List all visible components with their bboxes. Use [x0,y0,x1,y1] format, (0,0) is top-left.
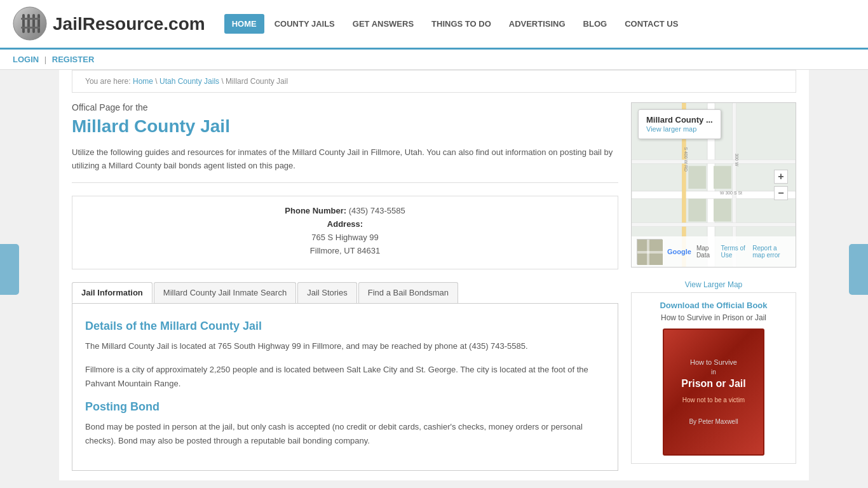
jail-info-section: Phone Number: (435) 743-5585 Address: 76… [72,196,618,269]
svg-rect-4 [37,14,40,33]
tab-jail-stories[interactable]: Jail Stories [297,282,357,303]
left-accent [0,244,19,295]
register-link[interactable]: REGISTER [52,55,94,64]
page-description: Utilize the following guides and resourc… [72,146,618,183]
map-thumbnail [637,239,662,264]
svg-rect-12 [632,159,796,163]
auth-bar: LOGIN | REGISTER [0,50,868,70]
svg-text:S 400 W RD: S 400 W RD [684,147,688,172]
svg-rect-2 [27,14,30,33]
svg-text:W 300 S St: W 300 S St [720,191,742,195]
tab-bail-bondsman[interactable]: Find a Bail Bondsman [358,282,458,303]
svg-rect-16 [688,199,706,222]
site-title: JailResource.com [53,14,205,34]
book-subtitle: How to Survive in Prison or Jail [639,313,788,322]
logo-icon [13,6,48,41]
details-text2: Fillmore is a city of approximately 2,25… [85,363,605,391]
book-cover-line1: How to Survive [681,358,745,367]
book-cover-author: By Peter Maxwell [681,417,745,426]
header: JailResource.com HOME COUNTY JAILS GET A… [0,0,868,50]
svg-rect-1 [22,14,25,33]
page-layout: Offical Page for the Millard County Jail… [72,93,796,480]
main-content: Offical Page for the Millard County Jail… [72,102,618,471]
nav-home[interactable]: HOME [224,14,264,34]
svg-rect-15 [714,166,731,189]
nav-get-answers[interactable]: GET ANSWERS [345,14,421,34]
google-logo: Google [667,248,691,255]
map-container: S 400 W RD W 300 S St 300 W Millard Coun… [631,102,796,268]
svg-rect-17 [714,199,731,222]
main-nav: HOME COUNTY JAILS GET ANSWERS THINGS TO … [224,14,686,34]
phone-row: Phone Number: (435) 743-5585 [82,206,608,215]
tab-content: Details of the Millard County Jail The M… [72,303,618,471]
breadcrumb: You are here: Home \ Utah County Jails \… [72,70,796,93]
nav-things-to-do[interactable]: THINGS TO DO [424,14,499,34]
svg-rect-6 [21,27,40,29]
book-cover-title: Prison or Jail [681,377,745,391]
breadcrumb-current: Millard County Jail [226,77,288,86]
map-view-larger-link[interactable]: View larger map [646,125,696,133]
map-zoom-out[interactable]: − [774,186,788,200]
breadcrumb-parent[interactable]: Utah County Jails [159,77,219,86]
book-cover-tagline: How not to be a victim [681,396,745,405]
book-cover-line2: in [681,368,745,377]
svg-rect-3 [32,14,35,33]
address-row: Address: [82,219,608,229]
address-street: 765 S Highway 99 [82,233,608,242]
breadcrumb-prefix: You are here: [85,77,131,86]
right-accent [849,244,868,295]
book-cover: How to Survive in Prison or Jail How not… [663,329,764,456]
tab-inmate-search[interactable]: Millard County Jail Inmate Search [154,282,296,303]
tab-jail-info[interactable]: Jail Information [72,282,153,303]
map-terms[interactable]: Terms of Use [721,245,748,259]
svg-rect-5 [21,18,40,20]
nav-county-jails[interactable]: COUNTY JAILS [267,14,342,34]
svg-text:300 W: 300 W [735,153,739,166]
map-report[interactable]: Report a map error [752,245,790,259]
tabs: Jail Information Millard County Jail Inm… [72,282,618,303]
official-label: Offical Page for the [72,102,618,112]
map-zoom-in[interactable]: + [774,170,788,184]
map-callout-title: Millard County ... [646,115,713,125]
map-callout: Millard County ... View larger map [638,109,721,139]
page-title: Millard County Jail [72,116,618,137]
svg-rect-14 [688,166,706,189]
map-view-larger-bottom[interactable]: View Larger Map [631,277,796,292]
svg-rect-23 [637,251,663,254]
auth-separator: | [44,55,46,64]
login-link[interactable]: LOGIN [13,55,39,64]
svg-rect-9 [632,191,796,199]
details-text1: The Millard County Jail is located at 76… [85,339,605,353]
phone-label: Phone Number: [285,206,346,215]
bond-title: Posting Bond [85,400,605,414]
details-title: Details of the Millard County Jail [85,320,605,333]
address-label: Address: [327,219,363,229]
map-data-label: Map Data [696,245,716,259]
book-cover-text: How to Survive in Prison or Jail How not… [681,358,745,426]
bond-text: Bond may be posted in person at the jail… [85,420,605,448]
main-wrapper: You are here: Home \ Utah County Jails \… [59,70,809,480]
nav-blog[interactable]: BLOG [576,14,615,34]
svg-rect-13 [632,223,796,227]
nav-advertising[interactable]: ADVERTISING [501,14,573,34]
phone-value: (435) 743-5585 [349,206,405,215]
breadcrumb-home[interactable]: Home [133,77,153,86]
book-download-link[interactable]: Download the Official Book [639,301,788,310]
nav-contact-us[interactable]: CONTACT US [617,14,686,34]
book-section: Download the Official Book How to Surviv… [631,292,796,464]
map-controls: + − [774,170,788,200]
map-footer: Google Map Data Terms of Use Report a ma… [632,236,796,267]
address-city: Fillmore, UT 84631 [82,246,608,255]
logo-area: JailResource.com [13,6,205,41]
sidebar: S 400 W RD W 300 S St 300 W Millard Coun… [631,102,796,471]
